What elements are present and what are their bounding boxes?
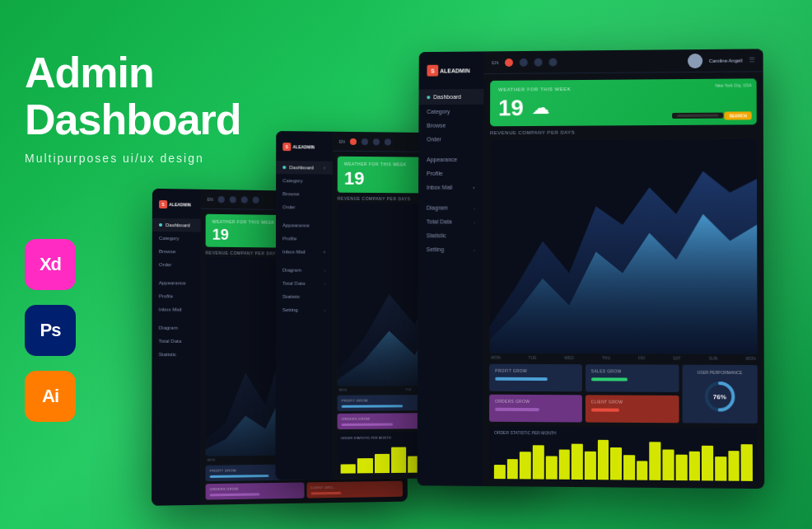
logo-s2: S ALEADMIN — [276, 138, 333, 157]
stat-orders-s3: ORDERS GROW — [489, 395, 582, 423]
nav-inbox-s1[interactable]: Inbox Mail — [152, 302, 201, 316]
screens-container: S ALEADMIN Dashboard Category Browse Ord… — [153, 25, 812, 519]
arrow-icon-total-s2: › — [324, 281, 326, 286]
bell-icon-s1 — [241, 196, 248, 203]
nav-dashboard-s2[interactable]: Dashboard ▾ — [276, 161, 333, 175]
heart-icon-s2 — [350, 138, 357, 144]
stat-sales-s3: SALES GROW — [586, 364, 679, 392]
tool-icons-section: Xd Ps Ai — [25, 239, 76, 422]
nav-appearance-s3[interactable]: Appearance — [418, 152, 483, 166]
bars-container-s3 — [494, 439, 753, 481]
search-icon-s3 — [520, 58, 528, 66]
nav-statistic-s2[interactable]: Statistic — [276, 290, 333, 303]
nav-inbox-s2[interactable]: Inbox Mail ▾ — [276, 245, 333, 258]
hero-subtitle: Multipurposes ui/ux design — [25, 152, 241, 165]
nav-totaldata-s3[interactable]: Total Data › — [418, 214, 483, 228]
nav-profile-s3[interactable]: Profile — [418, 166, 483, 180]
bell-icon-s2 — [373, 138, 380, 145]
nav-statistic-s1[interactable]: Statistic — [152, 348, 200, 361]
nav-setting-s2[interactable]: Setting › — [276, 303, 333, 316]
bar-2 — [357, 458, 372, 473]
heart-icon-s1 — [218, 196, 225, 203]
hero-section: Admin Dashboard Multipurposes ui/ux desi… — [25, 49, 241, 165]
hero-title: Admin Dashboard — [25, 49, 241, 143]
sidebar-s2: S ALEADMIN Dashboard ▾ Category Browse O… — [275, 131, 332, 480]
weather-temp-s3: 19 — [498, 96, 524, 119]
search-bar-s3[interactable] — [677, 115, 718, 117]
search-button-s3[interactable]: SEARCH — [724, 111, 751, 119]
nav-category-s1[interactable]: Category — [152, 232, 201, 246]
heart-icon-s3 — [505, 59, 513, 67]
nav-appearance-s2[interactable]: Appearance — [276, 218, 333, 232]
arrow-icon-setting-s2: › — [324, 307, 326, 312]
clients-bar-s1 — [310, 492, 342, 495]
logo-dot-s2: S — [282, 143, 291, 151]
nav-profile-s2[interactable]: Profile — [276, 232, 333, 245]
topbar-s3: EN Caroline Angell ☰ — [483, 49, 763, 74]
nav-order-s3[interactable]: Order — [418, 132, 483, 146]
stat-orders-s1: ORDERS GROW — [206, 482, 304, 499]
profit-bar-s1 — [210, 475, 268, 478]
nav-profile-s1[interactable]: Profile — [152, 289, 201, 302]
cloud-icon-s3: ☁ — [532, 97, 550, 119]
nav-order-s1[interactable]: Order — [152, 258, 201, 272]
x-axis-s3: MON TUE WED THU FRI SAT SUN MON — [489, 355, 757, 361]
arrow-setting-s3: › — [474, 247, 475, 252]
arrow-icon-s2: ▾ — [324, 166, 326, 171]
weather-card-s3: WEATHER FOR THIS WEEK 19 ☁ New York City… — [490, 78, 757, 126]
logo-dot-s3: S — [427, 65, 438, 77]
nav-category-s2[interactable]: Category — [276, 174, 333, 188]
arrow-total-s3: › — [474, 219, 475, 224]
nav-dashboard-s3[interactable]: Dashboard — [418, 89, 483, 105]
nav-dashboard-s1[interactable]: Dashboard — [152, 218, 201, 232]
nav-inbox-s3[interactable]: Inbox Mail ▾ — [418, 180, 483, 194]
nav-browse-s2[interactable]: Browse — [276, 187, 333, 201]
arrow-inbox-s3: ▾ — [473, 185, 475, 190]
nav-browse-s1[interactable]: Browse — [152, 245, 201, 259]
nav-browse-s3[interactable]: Browse — [418, 118, 483, 132]
search-icon-s2 — [362, 138, 368, 145]
orders-bar-s1 — [210, 493, 259, 496]
nav-category-s3[interactable]: Category — [418, 105, 483, 119]
settings-icon-s3 — [549, 58, 558, 66]
logo-s3: S ALEADMIN — [419, 58, 484, 82]
nav-totaldata-s2[interactable]: Total Data › — [276, 277, 333, 290]
perf-card-s3: USER PERFORMANCE 76% — [682, 365, 758, 424]
stat-profit-s3: PROFIT GROW — [489, 364, 582, 392]
ps-icon: Ps — [25, 305, 76, 356]
nav-diagram-s2[interactable]: Diagram › — [276, 264, 333, 277]
search-icon-s1 — [230, 196, 236, 203]
nav-dot-s1 — [159, 223, 162, 227]
settings-icon-s1 — [253, 196, 259, 203]
logo-dot-s1: S — [159, 200, 167, 208]
bar-3 — [375, 453, 390, 473]
logo-s1: S ALEADMIN — [152, 195, 201, 214]
arrow-icon-diagram-s2: › — [324, 268, 326, 273]
arrow-icon-inbox-s2: ▾ — [324, 250, 326, 255]
xd-icon: Xd — [25, 239, 76, 290]
chart-area-s3 — [489, 138, 757, 354]
avatar-s3 — [688, 53, 702, 68]
nav-diagram-s3[interactable]: Diagram › — [418, 200, 483, 214]
nav-appearance-s1[interactable]: Appearance — [152, 276, 201, 289]
ai-icon: Ai — [25, 371, 76, 422]
sidebar-s1: S ALEADMIN Dashboard Category Browse Ord… — [152, 189, 201, 506]
bell-icon-s3 — [534, 58, 543, 66]
nav-statistic-s3[interactable]: Statistic — [418, 228, 483, 242]
arrow-diagram-s3: › — [474, 205, 475, 210]
stat-clients-s1: CLIENT GRO... — [306, 481, 403, 499]
revenue-s3: REVENUE COMPANY PER DAYS — [489, 129, 757, 361]
nav-totaldata-s1[interactable]: Total Data — [152, 335, 200, 348]
user-name-s3: Caroline Angell — [709, 58, 743, 63]
bar-4 — [391, 447, 406, 473]
stats-grid-s3: PROFIT GROW SALES GROW USER PERFORMANCE — [489, 364, 758, 424]
nav-setting-s3[interactable]: Setting › — [418, 242, 483, 256]
settings-icon-s2 — [385, 138, 391, 145]
bar-1 — [341, 465, 357, 474]
location-s3: New York City, USA — [715, 82, 751, 87]
menu-icon-s3: ☰ — [749, 56, 754, 63]
perf-value-s3: 76% — [713, 393, 726, 400]
nav-order-s2[interactable]: Order — [276, 200, 333, 213]
main-s3: EN Caroline Angell ☰ WEATHER FOR THIS WE… — [483, 49, 764, 489]
nav-diagram-s1[interactable]: Diagram — [152, 321, 201, 335]
